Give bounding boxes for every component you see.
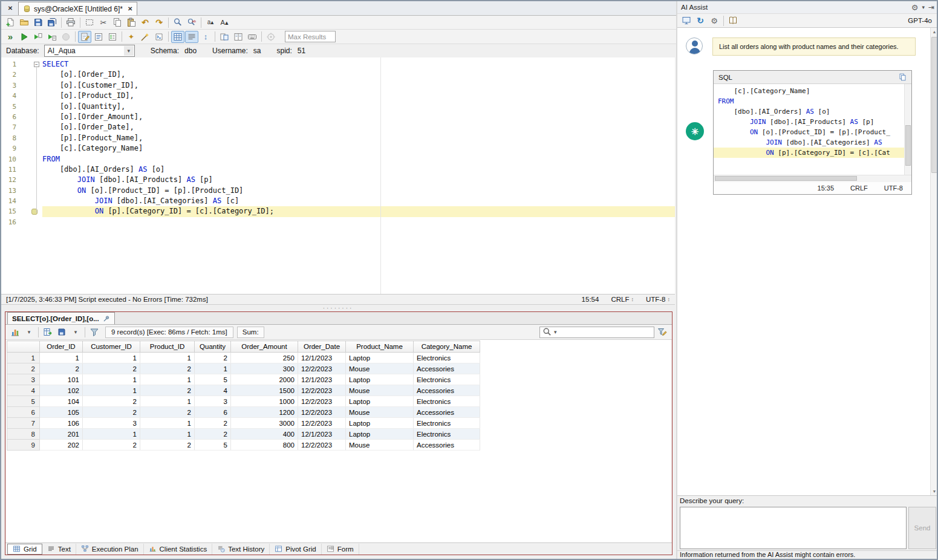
ai-panel-settings-dropdown-icon[interactable]: ▾ [922,5,925,10]
close-group-icon[interactable]: ✕ [5,3,16,14]
sql-editor[interactable]: 1−SELECT2 [o].[Order_ID],3 [o].[Customer… [1,57,675,295]
grid-cell[interactable]: 2 [140,363,195,374]
copy-icon[interactable] [111,16,124,28]
execute-current-statement-icon[interactable] [45,31,59,43]
sort-results-icon[interactable]: ↕ [199,31,212,43]
send-button[interactable]: Send [908,507,936,549]
grid-cell[interactable]: Electronics [414,396,480,407]
chat-window-icon[interactable] [680,15,693,27]
chat-scrollbar-thumb[interactable] [931,37,937,173]
code-horizontal-scrollbar[interactable] [714,175,911,182]
execute-icon[interactable] [18,31,31,43]
grid-cell[interactable]: 12/1/2023 [298,353,346,363]
editor-line-text[interactable]: JOIN [dbo].[AI_Products] AS [p] [42,175,675,185]
grid-row-header[interactable]: 7 [7,418,40,429]
grid-column-header[interactable]: Order_Date [298,341,346,353]
grid-cell[interactable]: 202 [40,440,83,451]
editor-line-text[interactable]: [o].[Product_ID], [42,91,675,101]
grid-row-header[interactable]: 9 [7,440,40,451]
decrease-font-icon[interactable]: a▴ [204,16,217,28]
grid-cell[interactable]: 101 [40,374,83,385]
undo-icon[interactable]: ↶ [138,16,152,28]
grid-cell[interactable]: 105 [40,407,83,418]
chart-view-icon[interactable] [8,326,22,338]
view-tab-text[interactable]: Text [42,544,76,555]
grid-cell[interactable]: 1 [83,429,140,440]
code-block-body[interactable]: [c].[Category_Name]FROM [dbo].[AI_Orders… [714,84,911,175]
database-combobox[interactable]: AI_Aqua ▾ [44,45,135,57]
sum-button[interactable]: Sum: [237,327,264,338]
grid-cell[interactable]: 2 [195,353,231,363]
search-options-icon[interactable]: ▾ [554,330,557,335]
grid-cell[interactable]: 1000 [231,396,298,407]
comment-lines-icon[interactable] [138,31,152,43]
editor-line-text[interactable]: [o].[Quantity], [42,102,675,112]
grid-cell[interactable]: 250 [231,353,298,363]
grid-cell[interactable]: Mouse [346,363,414,374]
view-tab-grid[interactable]: Grid [7,544,42,555]
save-all-icon[interactable] [45,16,59,28]
grid-row-header[interactable]: 1 [7,353,40,363]
grid-cell[interactable]: 2 [83,396,140,407]
grid-cell[interactable]: 1 [140,418,195,429]
grid-cell[interactable]: 3 [83,418,140,429]
ai-panel-settings-icon[interactable]: ⚙ [911,4,919,11]
editor-line-text[interactable]: JOIN [dbo].[AI_Categories] AS [c] [42,196,675,206]
max-results-input[interactable] [285,31,336,42]
editor-line-text[interactable]: [o].[Order_Date], [42,122,675,132]
grid-cell[interactable]: 12/2/2023 [298,396,346,407]
ai-panel-dock-icon[interactable]: ⇥ [928,4,934,11]
save-results-icon[interactable] [55,326,68,338]
grid-cell[interactable]: Electronics [414,353,480,363]
grid-cell[interactable]: 2 [83,440,140,451]
grid-cell[interactable]: 1 [83,353,140,363]
results-to-grid-icon[interactable] [171,31,184,43]
grid-cell[interactable]: 12/1/2023 [298,429,346,440]
line-ending-value[interactable]: CRLF [611,296,629,303]
grid-cell[interactable]: 2 [140,407,195,418]
grid-row-header[interactable]: 3 [7,374,40,385]
results-to-text-icon[interactable] [185,31,198,43]
redo-icon[interactable]: ↷ [152,16,166,28]
close-tab-icon[interactable]: ✕ [128,6,132,12]
grid-cell[interactable]: Mouse [346,385,414,396]
grid-column-header[interactable]: Category_Name [414,341,480,353]
scroll-up-icon[interactable]: ▲ [931,28,938,36]
pin-results-icon[interactable] [103,315,110,322]
grid-column-header[interactable]: Order_Amount [231,341,298,353]
grid-cell[interactable]: Electronics [414,418,480,429]
grid-cell[interactable]: 2 [140,385,195,396]
export-dropdown-icon[interactable]: ▾ [69,326,82,338]
grid-cell[interactable]: 3 [195,396,231,407]
grid-cell[interactable]: 3000 [231,418,298,429]
grid-cell[interactable]: Laptop [346,396,414,407]
view-tab-execution-plan[interactable]: Execution Plan [76,544,144,555]
ai-prompt-textarea[interactable] [680,507,907,549]
format-sql-icon[interactable]: ✦ [125,31,138,43]
grid-column-header[interactable]: Order_ID [40,341,83,353]
model-label[interactable]: GPT-4o [908,17,936,24]
encoding-selector-icon[interactable]: ↕ [668,297,671,302]
grid-cell[interactable]: 12/2/2023 [298,407,346,418]
grid-cell[interactable]: 106 [40,418,83,429]
grid-cell[interactable]: Accessories [414,440,480,451]
grid-cell[interactable]: 1 [140,374,195,385]
edit-mode-icon[interactable] [78,31,91,43]
scroll-down-icon[interactable]: ▼ [931,487,938,495]
grid-cell[interactable]: Accessories [414,407,480,418]
replace-icon[interactable]: ab [185,16,198,28]
horizontal-splitter[interactable]: ········ [1,305,675,311]
editor-line-text[interactable]: FROM [42,154,675,164]
grid-cell[interactable]: 1 [40,353,83,363]
grid-cell[interactable]: 102 [40,385,83,396]
grid-cell[interactable]: 12/1/2023 [298,374,346,385]
grid-cell[interactable]: 6 [195,407,231,418]
grid-cell[interactable]: 400 [231,429,298,440]
cut-icon[interactable]: ✂ [97,16,110,28]
grid-row-header[interactable]: 8 [7,429,40,440]
editor-line-text[interactable]: [o].[Customer_ID], [42,80,675,91]
grid-cell[interactable]: 1 [140,429,195,440]
increase-font-icon[interactable]: A▴ [218,16,231,28]
editor-line-text[interactable]: [dbo].[AI_Orders] AS [o] [42,164,675,175]
editor-line-text[interactable]: [p].[Product_Name], [42,133,675,143]
